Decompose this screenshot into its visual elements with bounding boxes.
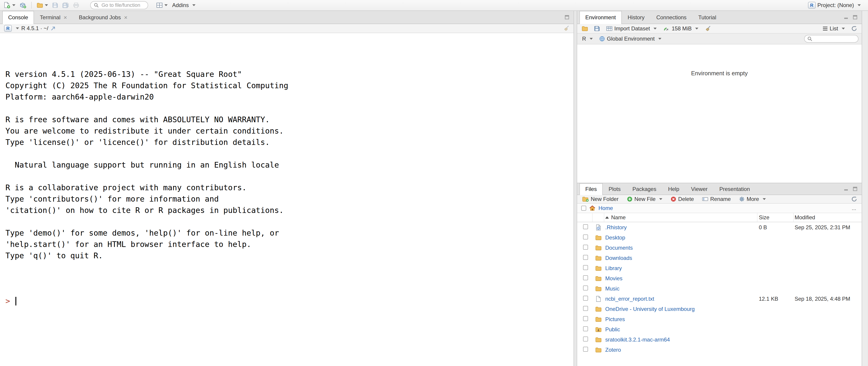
file-link[interactable]: Pictures: [605, 316, 625, 322]
environment-empty-message: Environment is empty: [577, 70, 862, 77]
tab-terminal[interactable]: Terminal×: [34, 11, 73, 24]
goto-file-input[interactable]: [100, 2, 145, 9]
load-workspace-button[interactable]: [580, 24, 589, 33]
breadcrumb-home[interactable]: Home: [598, 205, 613, 212]
column-header-modified[interactable]: Modified: [794, 213, 862, 222]
tab-label: Tutorial: [698, 14, 716, 21]
rename-file-button[interactable]: Rename: [700, 195, 733, 204]
new-file-blank-button[interactable]: New File: [625, 195, 664, 204]
environment-search-input[interactable]: [814, 35, 855, 42]
file-checkbox[interactable]: [583, 296, 588, 301]
tab-history[interactable]: History: [622, 11, 651, 24]
file-link[interactable]: Public: [605, 326, 620, 333]
file-link[interactable]: Downloads: [605, 255, 632, 261]
file-link[interactable]: Desktop: [605, 234, 625, 241]
open-folder-icon: [582, 26, 588, 31]
minimize-pane-icon[interactable]: [843, 15, 848, 20]
tab-console[interactable]: Console: [2, 11, 34, 24]
console-output-line: You are welcome to redistribute it under…: [5, 125, 574, 137]
environment-scope-selector[interactable]: Global Environment: [597, 34, 663, 43]
file-checkbox[interactable]: [583, 234, 588, 240]
console-output-line: Copyright (C) 2025 The R Foundation for …: [5, 80, 574, 91]
file-link[interactable]: Movies: [605, 275, 622, 281]
file-checkbox[interactable]: [583, 275, 588, 280]
tab-label: Plots: [609, 186, 621, 192]
tab-close-icon[interactable]: ×: [124, 15, 127, 21]
new-file-button[interactable]: [3, 1, 17, 10]
show-directory-icon[interactable]: [51, 26, 56, 31]
refresh-files-button[interactable]: [850, 195, 859, 204]
console-output[interactable]: R version 4.5.1 (2025-06-13) -- "Great S…: [0, 33, 574, 366]
file-checkbox[interactable]: [583, 224, 588, 229]
r-version-icon[interactable]: R: [4, 25, 12, 32]
file-link[interactable]: Library: [605, 265, 622, 271]
file-checkbox[interactable]: [583, 255, 588, 260]
tab-plots[interactable]: Plots: [603, 183, 626, 195]
maximize-pane-icon[interactable]: [852, 15, 858, 20]
pane-splitter[interactable]: [574, 11, 577, 366]
file-checkbox[interactable]: [583, 245, 588, 250]
tab-help[interactable]: Help: [662, 183, 685, 195]
save-all-button[interactable]: [61, 1, 70, 10]
list-view-button[interactable]: List: [821, 24, 847, 33]
tab-packages[interactable]: Packages: [626, 183, 662, 195]
import-dataset-button[interactable]: Import Dataset: [604, 24, 658, 33]
breadcrumb-overflow-button[interactable]: ...: [850, 205, 858, 212]
tab-background-jobs[interactable]: Background Jobs×: [73, 11, 133, 24]
delete-file-button[interactable]: Delete: [669, 195, 695, 204]
gear-icon: [739, 196, 745, 202]
panes-layout-button[interactable]: [155, 1, 169, 10]
open-file-button[interactable]: [35, 1, 50, 10]
column-header-size[interactable]: Size: [757, 213, 794, 222]
file-link[interactable]: .Rhistory: [605, 224, 627, 230]
tab-environment[interactable]: Environment: [580, 11, 622, 24]
minimize-pane-icon[interactable]: [843, 187, 848, 191]
save-workspace-button[interactable]: [593, 24, 601, 33]
file-link[interactable]: Documents: [605, 245, 633, 251]
file-size: 0 B: [757, 224, 794, 231]
chevron-down-icon: [659, 198, 662, 200]
file-link[interactable]: sratoolkit.3.2.1-mac-arm64: [605, 337, 670, 343]
tab-tutorial[interactable]: Tutorial: [692, 11, 722, 24]
file-checkbox[interactable]: [583, 347, 588, 352]
clear-console-icon[interactable]: [563, 25, 569, 31]
file-checkbox[interactable]: [583, 337, 588, 341]
print-button[interactable]: [71, 1, 81, 10]
project-menu[interactable]: R Project: (None): [806, 1, 863, 10]
r-language-selector[interactable]: R: [580, 34, 595, 43]
tab-presentation[interactable]: Presentation: [714, 183, 756, 195]
file-link[interactable]: OneDrive - University of Luxembourg: [605, 306, 695, 312]
memory-usage-button[interactable]: 158 MiB: [662, 24, 700, 33]
file-checkbox[interactable]: [583, 316, 588, 321]
goto-file-search[interactable]: [90, 1, 148, 9]
column-header-name[interactable]: Name: [604, 213, 757, 222]
file-checkbox[interactable]: [583, 285, 588, 290]
addins-menu[interactable]: Addins: [170, 1, 197, 10]
file-link[interactable]: ncbi_error_report.txt: [605, 296, 654, 302]
column-header-checkbox: [577, 213, 593, 222]
file-checkbox[interactable]: [583, 326, 588, 331]
new-project-button[interactable]: [18, 1, 28, 10]
files-panel: FilesPlotsPackagesHelpViewerPresentation…: [577, 183, 862, 366]
file-link[interactable]: Zotero: [605, 347, 621, 353]
more-label: More: [747, 196, 759, 202]
file-checkbox[interactable]: [583, 265, 588, 270]
file-checkbox[interactable]: [583, 306, 588, 311]
file-modified: Sep 18, 2025, 4:48 PM: [794, 296, 862, 302]
tab-close-icon[interactable]: ×: [64, 15, 67, 21]
tab-files[interactable]: Files: [580, 183, 603, 195]
new-folder-button[interactable]: New Folder: [580, 195, 620, 204]
select-all-checkbox[interactable]: [581, 206, 586, 211]
tab-viewer[interactable]: Viewer: [685, 183, 714, 195]
file-link[interactable]: Music: [605, 285, 620, 292]
tab-connections[interactable]: Connections: [650, 11, 692, 24]
environment-search[interactable]: [804, 35, 859, 43]
maximize-pane-icon[interactable]: [852, 187, 858, 191]
maximize-pane-icon[interactable]: [564, 15, 569, 20]
save-button[interactable]: [51, 1, 59, 10]
clear-environment-button[interactable]: [703, 24, 712, 33]
chevron-down-icon: [695, 28, 698, 29]
refresh-environment-button[interactable]: [850, 24, 859, 33]
addins-label: Addins: [172, 2, 189, 8]
more-file-actions-button[interactable]: More: [737, 195, 768, 204]
